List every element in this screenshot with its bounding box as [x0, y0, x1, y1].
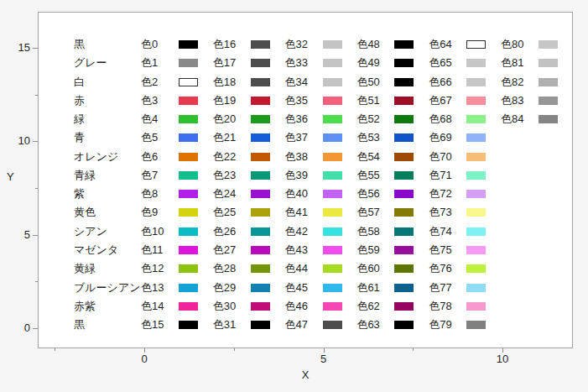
color-swatch	[394, 246, 414, 254]
color-index-label: 色60	[356, 261, 379, 276]
color-index-label: 色32	[285, 37, 308, 52]
color-index-label: 色13	[141, 280, 164, 295]
y-minor-tick	[35, 188, 38, 189]
color-index-label: 色66	[429, 75, 451, 90]
color-swatch	[251, 97, 270, 105]
color-swatch	[251, 264, 270, 273]
color-index-label: 色59	[356, 243, 379, 258]
color-index-label: 色76	[429, 261, 451, 276]
color-index-label: 色7	[141, 168, 158, 183]
x-tick-label: 10	[497, 353, 508, 365]
color-index-label: 色44	[285, 261, 308, 276]
color-swatch	[251, 246, 270, 254]
y-major-tick	[33, 328, 38, 329]
color-swatch	[251, 284, 270, 292]
color-swatch	[394, 97, 414, 105]
color-index-label: 色77	[429, 280, 451, 295]
color-index-label: 色62	[356, 299, 379, 314]
color-index-label: 色65	[429, 55, 451, 71]
color-swatch	[466, 208, 486, 217]
color-name-label: ブルーシアン	[74, 280, 141, 295]
color-swatch	[323, 302, 342, 311]
color-index-label: 色43	[285, 243, 308, 258]
color-swatch	[179, 208, 198, 217]
color-index-label: 色42	[285, 224, 308, 239]
color-index-label: 色40	[285, 186, 308, 201]
color-index-label: 色82	[501, 75, 523, 90]
color-swatch	[323, 59, 342, 67]
color-swatch	[179, 246, 198, 254]
y-major-tick	[33, 141, 38, 142]
color-name-label: 黄色	[74, 205, 96, 220]
color-name-label: 黒	[74, 37, 85, 52]
figure: Y X 0510051015黒色0色16色32色48色64色80グレー色1色17…	[0, 0, 588, 392]
color-swatch	[251, 208, 270, 217]
color-swatch	[466, 227, 486, 236]
color-name-label: 緑	[74, 112, 85, 127]
color-index-label: 色33	[285, 55, 308, 71]
color-index-label: 色47	[285, 317, 308, 332]
color-name-label: 白	[74, 75, 85, 90]
x-minor-tick	[413, 348, 414, 351]
color-index-label: 色4	[141, 112, 158, 127]
color-index-label: 色3	[141, 93, 158, 108]
color-index-label: 色37	[285, 130, 308, 145]
y-tick-label: 0	[2, 321, 30, 334]
color-swatch	[323, 208, 342, 217]
color-index-label: 色17	[213, 55, 236, 71]
color-swatch	[394, 171, 414, 180]
color-index-label: 色67	[429, 93, 451, 108]
color-name-label: 紫	[74, 186, 85, 201]
color-swatch	[539, 40, 558, 49]
color-index-label: 色64	[429, 37, 451, 52]
color-swatch	[179, 115, 198, 123]
color-name-label: マゼンタ	[74, 243, 118, 258]
color-swatch	[251, 190, 270, 198]
color-index-label: 色58	[356, 224, 379, 239]
x-tick-label: 5	[320, 353, 326, 365]
color-swatch	[251, 321, 270, 329]
color-swatch	[394, 40, 414, 49]
color-index-label: 色34	[285, 75, 308, 90]
color-index-label: 色48	[356, 37, 379, 52]
color-index-label: 色8	[141, 186, 158, 201]
color-swatch	[394, 321, 414, 329]
color-index-label: 色16	[213, 37, 236, 52]
color-index-label: 色61	[356, 280, 379, 295]
x-axis-label: X	[302, 368, 310, 382]
y-major-tick	[33, 235, 38, 236]
color-swatch	[466, 97, 486, 105]
color-swatch	[466, 171, 486, 180]
color-swatch	[466, 115, 486, 123]
color-index-label: 色39	[285, 168, 308, 183]
color-swatch	[251, 59, 270, 67]
color-index-label: 色19	[213, 93, 236, 108]
x-tick-label: 0	[141, 353, 147, 365]
color-swatch	[394, 302, 414, 311]
color-swatch	[179, 171, 198, 180]
color-swatch	[539, 59, 558, 67]
color-index-label: 色14	[141, 299, 164, 314]
color-index-label: 色79	[429, 317, 451, 332]
color-index-label: 色1	[141, 55, 158, 71]
color-swatch	[251, 171, 270, 180]
color-index-label: 色78	[429, 299, 451, 314]
color-swatch	[466, 78, 486, 86]
color-swatch	[251, 115, 270, 123]
color-index-label: 色25	[213, 205, 236, 220]
color-name-label: 青	[74, 130, 85, 145]
color-swatch	[323, 190, 342, 198]
color-swatch	[323, 97, 342, 105]
color-swatch	[251, 78, 270, 86]
color-index-label: 色75	[429, 243, 451, 258]
color-name-label: 黄緑	[74, 261, 96, 276]
color-index-label: 色83	[501, 93, 523, 108]
color-swatch	[323, 264, 342, 273]
color-index-label: 色56	[356, 186, 379, 201]
color-index-label: 色49	[356, 55, 379, 71]
color-index-label: 色50	[356, 75, 379, 90]
color-swatch	[394, 284, 414, 292]
color-index-label: 色55	[356, 168, 379, 183]
color-swatch	[179, 227, 198, 236]
color-swatch	[323, 227, 342, 236]
